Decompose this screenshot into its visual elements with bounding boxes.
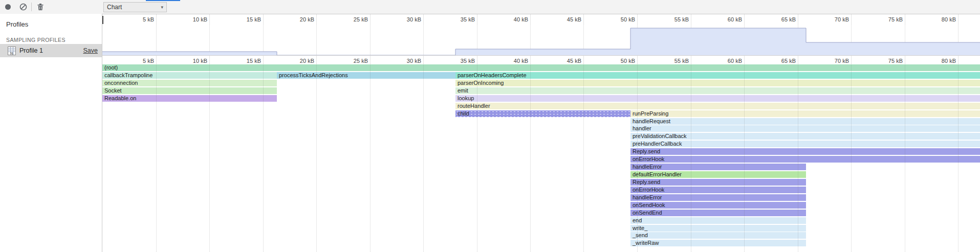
ruler-tick-line [691,14,691,25]
ruler-tick-line [156,14,157,25]
ruler-tick-label: 30 kB [390,16,421,22]
flame-bar-handler[interactable]: handler [630,125,980,132]
flame-bar-onconnection[interactable]: onconnection [102,80,277,86]
ruler-tick-line [263,56,264,64]
chevron-down-icon: ▾ [161,5,163,10]
flame-bar-handleerror[interactable]: handleError [630,194,806,201]
record-button[interactable] [3,0,12,14]
flame-bar-end[interactable]: end [630,217,806,224]
flame-bar-child[interactable]: child [455,110,630,117]
ruler-tick-line [370,56,371,64]
view-mode-select[interactable]: Chart ▾ [103,2,167,12]
view-mode-value: Chart [107,4,122,11]
flame-bar-prevalidationcallback[interactable]: preValidationCallback [630,133,980,140]
flame-gridline [423,63,424,252]
ruler-tick-line [851,14,852,25]
flame-gridline [263,63,264,252]
profiles-header: Profiles [0,14,102,28]
ruler-tick-label: 5 kB [123,16,154,22]
flame-bar-callbacktrampoline[interactable]: callbackTrampoline [102,72,277,79]
flame-gridline [798,63,798,252]
ruler-tick-line [798,56,798,64]
ruler-tick-line [798,14,798,25]
flame-bar-lookup[interactable]: lookup [455,95,980,102]
flame-bar-parseronincoming[interactable]: parserOnIncoming [455,80,980,86]
toolbar-separator [31,3,32,11]
ruler-tick-label: 70 kB [818,16,849,22]
flame-gridline [209,63,210,252]
flame-bar-handlerequest[interactable]: handleRequest [630,118,980,125]
allocation-flame-chart[interactable]: (root)callbackTrampolineprocessTicksAndR… [102,63,980,252]
flame-bar-handleerror[interactable]: handleError [630,164,806,170]
overview-area-fill [102,28,980,55]
flame-bar-reply-send[interactable]: Reply.send [630,179,806,186]
flame-gridline [477,63,477,252]
flame-gridline [530,63,531,252]
ruler-tick-line [209,14,210,25]
ruler-tick-line [744,56,745,64]
flame-gridline [370,63,371,252]
profile-name: Profile 1 [19,47,83,54]
toolbar: Chart ▾ [0,0,980,14]
ruler-tick-label: 75 kB [872,16,903,22]
ruler-tick-label: 20 kB [284,16,314,22]
profiles-sidebar: Profiles SAMPLING PROFILES % Profile 1 S… [0,14,102,252]
flame-bar-onsendend[interactable]: onSendEnd [630,210,806,216]
ruler-tick-line [958,14,959,25]
flame-gridline [744,63,745,252]
flame-bar-readable-on[interactable]: Readable.on [102,95,277,102]
flame-gridline [316,63,317,252]
flame-bar-write-[interactable]: write_ [630,225,806,232]
delete-profile-button[interactable] [36,0,45,14]
trash-icon [37,3,44,11]
block-icon [19,3,27,11]
overview-drag-handle[interactable] [102,16,103,24]
flame-bar-parseronheaderscomplete[interactable]: parserOnHeadersComplete [455,72,980,79]
ruler-tick-label: 55 kB [658,16,689,22]
save-profile-link[interactable]: Save [83,47,98,54]
flame-bar-routehandler[interactable]: routeHandler [455,103,980,109]
ruler-tick-line [958,56,959,64]
profile-icon: % [8,47,16,55]
ruler-tick-line [583,56,584,64]
sidebar-item-profile-1[interactable]: % Profile 1 Save [0,44,102,57]
flame-gridline [583,63,584,252]
flame-gridline [905,63,905,252]
flame-bar-socket[interactable]: Socket [102,87,277,94]
ruler-tick-line [316,14,317,25]
ruler-tick-label: 35 kB [444,16,475,22]
ruler-tick-line [423,56,424,64]
flame-bar-onerrorhook[interactable]: onErrorHook [630,187,806,193]
ruler-tick-label: 40 kB [497,16,528,22]
memory-overview-timeline[interactable] [102,25,980,55]
flame-bar-emit[interactable]: emit [455,87,980,94]
ruler-tick-line [583,14,584,25]
flame-bar-prehandlercallback[interactable]: preHandlerCallback [630,141,980,147]
flame-bar-onerrorhook[interactable]: onErrorHook [630,156,980,163]
flame-bar--send[interactable]: _send [630,232,806,239]
flame-bar--root-[interactable]: (root) [102,64,980,71]
flame-bar-runpreparsing[interactable]: runPreParsing [630,110,980,117]
flame-gridline [637,63,638,252]
ruler-tick-line [851,56,852,64]
active-tab-indicator [146,0,180,1]
flame-bar-onsendhook[interactable]: onSendHook [630,202,806,209]
ruler-tick-line [477,56,477,64]
ruler-tick-line [477,14,477,25]
ruler-tick-line [156,56,157,64]
flame-bar-defaulterrorhandler[interactable]: defaultErrorHandler [630,171,806,178]
ruler-tick-label: 50 kB [604,16,635,22]
ruler-tick-label: 25 kB [337,16,368,22]
ruler-tick-line [316,56,317,64]
flame-bar--writeraw[interactable]: _writeRaw [630,240,806,246]
flame-bar-processticksandrejections[interactable]: processTicksAndRejections [277,72,455,79]
flame-gridline [958,63,959,252]
svg-text:%: % [10,51,13,55]
flame-chart-area: 5 kB10 kB15 kB20 kB25 kB30 kB35 kB40 kB4… [102,14,980,252]
ruler-tick-line [905,14,905,25]
overview-ruler: 5 kB10 kB15 kB20 kB25 kB30 kB35 kB40 kB4… [102,14,980,26]
clear-profiles-button[interactable] [18,0,28,14]
flame-gridline [691,63,691,252]
flame-gridline [156,63,157,252]
flame-bar-reply-send[interactable]: Reply.send [630,148,980,155]
